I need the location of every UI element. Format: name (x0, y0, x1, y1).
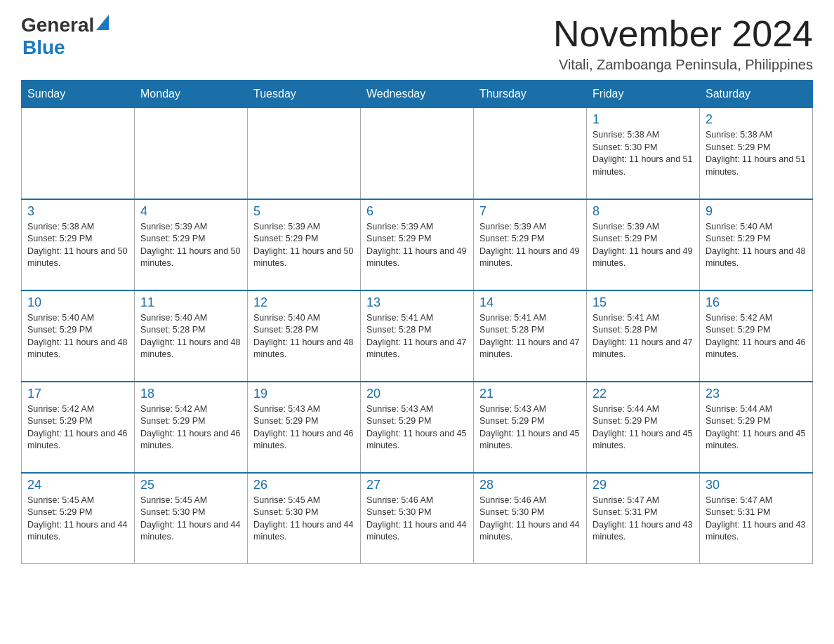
logo-triangle-icon (96, 15, 109, 30)
day-info: Sunrise: 5:43 AM Sunset: 5:29 PM Dayligh… (253, 403, 355, 452)
day-number: 1 (593, 112, 694, 127)
page-header: General Blue November 2024 Vitali, Zambo… (21, 14, 813, 73)
calendar-week-row: 3Sunrise: 5:38 AM Sunset: 5:29 PM Daylig… (22, 199, 813, 290)
calendar-day-cell: 28Sunrise: 5:46 AM Sunset: 5:30 PM Dayli… (474, 473, 587, 564)
day-number: 7 (479, 204, 581, 219)
day-number: 26 (253, 478, 355, 492)
day-of-week-header: Friday (587, 81, 700, 108)
day-of-week-header: Monday (135, 81, 248, 108)
calendar-day-cell (248, 108, 361, 199)
calendar-day-cell: 14Sunrise: 5:41 AM Sunset: 5:28 PM Dayli… (474, 290, 587, 382)
day-info: Sunrise: 5:44 AM Sunset: 5:29 PM Dayligh… (593, 403, 694, 452)
logo-blue: Blue (22, 36, 109, 59)
calendar-day-cell: 13Sunrise: 5:41 AM Sunset: 5:28 PM Dayli… (361, 290, 474, 382)
day-info: Sunrise: 5:39 AM Sunset: 5:29 PM Dayligh… (140, 221, 241, 270)
day-info: Sunrise: 5:43 AM Sunset: 5:29 PM Dayligh… (366, 403, 468, 452)
calendar-day-cell: 24Sunrise: 5:45 AM Sunset: 5:29 PM Dayli… (22, 473, 135, 564)
calendar-day-cell: 11Sunrise: 5:40 AM Sunset: 5:28 PM Dayli… (135, 290, 248, 382)
day-info: Sunrise: 5:47 AM Sunset: 5:31 PM Dayligh… (593, 495, 694, 544)
calendar-day-cell: 21Sunrise: 5:43 AM Sunset: 5:29 PM Dayli… (474, 382, 587, 473)
day-number: 11 (140, 295, 241, 310)
month-title: November 2024 (553, 14, 813, 54)
day-info: Sunrise: 5:43 AM Sunset: 5:29 PM Dayligh… (479, 403, 581, 452)
calendar-day-cell: 15Sunrise: 5:41 AM Sunset: 5:28 PM Dayli… (587, 290, 700, 382)
calendar-day-cell: 4Sunrise: 5:39 AM Sunset: 5:29 PM Daylig… (135, 199, 248, 290)
day-number: 23 (706, 387, 807, 401)
calendar-day-cell: 12Sunrise: 5:40 AM Sunset: 5:28 PM Dayli… (248, 290, 361, 382)
logo-general: General (21, 14, 94, 36)
calendar-day-cell: 22Sunrise: 5:44 AM Sunset: 5:29 PM Dayli… (587, 382, 700, 473)
day-number: 20 (366, 387, 468, 401)
calendar-week-row: 17Sunrise: 5:42 AM Sunset: 5:29 PM Dayli… (22, 382, 813, 473)
calendar-day-cell: 2Sunrise: 5:38 AM Sunset: 5:29 PM Daylig… (700, 108, 813, 199)
day-info: Sunrise: 5:47 AM Sunset: 5:31 PM Dayligh… (706, 495, 807, 544)
calendar-day-cell: 18Sunrise: 5:42 AM Sunset: 5:29 PM Dayli… (135, 382, 248, 473)
day-number: 13 (366, 295, 468, 310)
day-of-week-header: Sunday (22, 81, 135, 108)
day-number: 3 (27, 204, 128, 219)
day-info: Sunrise: 5:39 AM Sunset: 5:29 PM Dayligh… (479, 221, 581, 270)
calendar-day-cell: 7Sunrise: 5:39 AM Sunset: 5:29 PM Daylig… (474, 199, 587, 290)
day-info: Sunrise: 5:41 AM Sunset: 5:28 PM Dayligh… (479, 312, 581, 361)
day-number: 24 (27, 478, 128, 492)
day-number: 27 (366, 478, 468, 492)
logo: General Blue (21, 14, 109, 59)
calendar-day-cell: 25Sunrise: 5:45 AM Sunset: 5:30 PM Dayli… (135, 473, 248, 564)
day-number: 16 (706, 295, 807, 310)
day-info: Sunrise: 5:41 AM Sunset: 5:28 PM Dayligh… (366, 312, 468, 361)
day-number: 14 (479, 295, 581, 310)
day-info: Sunrise: 5:44 AM Sunset: 5:29 PM Dayligh… (706, 403, 807, 452)
calendar-day-cell: 6Sunrise: 5:39 AM Sunset: 5:29 PM Daylig… (361, 199, 474, 290)
day-info: Sunrise: 5:42 AM Sunset: 5:29 PM Dayligh… (140, 403, 241, 452)
calendar-day-cell: 29Sunrise: 5:47 AM Sunset: 5:31 PM Dayli… (587, 473, 700, 564)
day-info: Sunrise: 5:39 AM Sunset: 5:29 PM Dayligh… (253, 221, 355, 270)
calendar-header-row: SundayMondayTuesdayWednesdayThursdayFrid… (22, 81, 813, 108)
day-number: 25 (140, 478, 241, 492)
calendar-day-cell: 17Sunrise: 5:42 AM Sunset: 5:29 PM Dayli… (22, 382, 135, 473)
calendar-week-row: 24Sunrise: 5:45 AM Sunset: 5:29 PM Dayli… (22, 473, 813, 564)
day-number: 2 (706, 112, 807, 127)
day-info: Sunrise: 5:42 AM Sunset: 5:29 PM Dayligh… (706, 312, 807, 361)
day-of-week-header: Thursday (474, 81, 587, 108)
calendar-day-cell: 27Sunrise: 5:46 AM Sunset: 5:30 PM Dayli… (361, 473, 474, 564)
calendar-day-cell: 20Sunrise: 5:43 AM Sunset: 5:29 PM Dayli… (361, 382, 474, 473)
day-info: Sunrise: 5:38 AM Sunset: 5:30 PM Dayligh… (593, 129, 694, 178)
calendar-day-cell: 23Sunrise: 5:44 AM Sunset: 5:29 PM Dayli… (700, 382, 813, 473)
day-of-week-header: Wednesday (361, 81, 474, 108)
day-number: 21 (479, 387, 581, 401)
day-of-week-header: Saturday (700, 81, 813, 108)
day-info: Sunrise: 5:41 AM Sunset: 5:28 PM Dayligh… (593, 312, 694, 361)
day-number: 4 (140, 204, 241, 219)
day-number: 28 (479, 478, 581, 492)
day-info: Sunrise: 5:40 AM Sunset: 5:28 PM Dayligh… (140, 312, 241, 361)
day-number: 6 (366, 204, 468, 219)
day-info: Sunrise: 5:40 AM Sunset: 5:29 PM Dayligh… (706, 221, 807, 270)
day-info: Sunrise: 5:39 AM Sunset: 5:29 PM Dayligh… (593, 221, 694, 270)
day-number: 19 (253, 387, 355, 401)
day-number: 15 (593, 295, 694, 310)
calendar-day-cell: 8Sunrise: 5:39 AM Sunset: 5:29 PM Daylig… (587, 199, 700, 290)
svg-marker-0 (96, 15, 109, 30)
calendar-day-cell: 5Sunrise: 5:39 AM Sunset: 5:29 PM Daylig… (248, 199, 361, 290)
day-info: Sunrise: 5:46 AM Sunset: 5:30 PM Dayligh… (366, 495, 468, 544)
day-number: 29 (593, 478, 694, 492)
calendar-day-cell: 9Sunrise: 5:40 AM Sunset: 5:29 PM Daylig… (700, 199, 813, 290)
calendar-day-cell (22, 108, 135, 199)
day-info: Sunrise: 5:45 AM Sunset: 5:29 PM Dayligh… (27, 495, 128, 544)
day-number: 17 (27, 387, 128, 401)
day-info: Sunrise: 5:40 AM Sunset: 5:29 PM Dayligh… (27, 312, 128, 361)
calendar-day-cell: 1Sunrise: 5:38 AM Sunset: 5:30 PM Daylig… (587, 108, 700, 199)
calendar-day-cell: 16Sunrise: 5:42 AM Sunset: 5:29 PM Dayli… (700, 290, 813, 382)
location-title: Vitali, Zamboanga Peninsula, Philippines (553, 57, 813, 73)
calendar-day-cell: 19Sunrise: 5:43 AM Sunset: 5:29 PM Dayli… (248, 382, 361, 473)
day-info: Sunrise: 5:42 AM Sunset: 5:29 PM Dayligh… (27, 403, 128, 452)
day-number: 8 (593, 204, 694, 219)
day-info: Sunrise: 5:38 AM Sunset: 5:29 PM Dayligh… (706, 129, 807, 178)
day-info: Sunrise: 5:39 AM Sunset: 5:29 PM Dayligh… (366, 221, 468, 270)
title-area: November 2024 Vitali, Zamboanga Peninsul… (553, 14, 813, 73)
day-number: 12 (253, 295, 355, 310)
day-number: 30 (706, 478, 807, 492)
day-info: Sunrise: 5:45 AM Sunset: 5:30 PM Dayligh… (140, 495, 241, 544)
calendar-day-cell: 30Sunrise: 5:47 AM Sunset: 5:31 PM Dayli… (700, 473, 813, 564)
day-of-week-header: Tuesday (248, 81, 361, 108)
